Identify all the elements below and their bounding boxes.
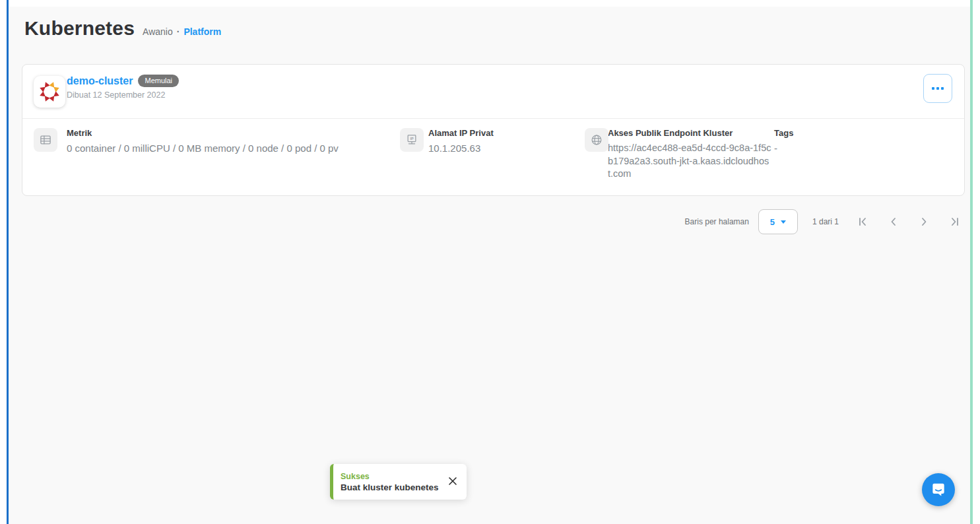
ellipsis-icon	[932, 87, 934, 90]
detail-col-metrics: Metrik 0 container / 0 milliCPU / 0 MB m…	[34, 128, 339, 155]
tags-label: Tags	[774, 128, 793, 138]
first-page-icon	[858, 216, 868, 227]
endpoint-value[interactable]: https://ac4ec488-ea5d-4ccd-9c8a-1f5cb179…	[608, 142, 774, 181]
rows-per-page-select[interactable]: 5	[758, 209, 798, 234]
toast-close-button[interactable]	[444, 476, 467, 488]
rows-per-page-value: 5	[770, 217, 775, 227]
cluster-card: demo-cluster Memulai Dibuat 12 September…	[22, 64, 965, 196]
cluster-card-header: demo-cluster Memulai Dibuat 12 September…	[22, 65, 964, 119]
pinwheel-spinner-icon	[38, 81, 61, 103]
toast-message: Buat kluster kubenetes	[341, 482, 444, 492]
breadcrumb: Awanio · Platform	[143, 26, 221, 37]
page-header: Kubernetes Awanio · Platform	[24, 17, 221, 40]
toast-title: Sukses	[341, 472, 444, 481]
private-ip-icon: IP	[400, 128, 424, 152]
last-page-icon	[949, 216, 960, 227]
success-toast: Sukses Buat kluster kubenetes	[330, 464, 467, 500]
chevron-left-icon	[888, 216, 899, 227]
last-page-button[interactable]	[948, 216, 960, 228]
close-icon	[448, 476, 457, 486]
right-edge-bar	[970, 0, 973, 524]
endpoint-label: Akses Publik Endpoint Kluster	[608, 128, 774, 138]
metrics-icon	[34, 128, 57, 152]
cluster-logo	[34, 76, 65, 108]
pagination: Baris per halaman 5 1 dari 1	[685, 209, 960, 234]
breadcrumb-section-link[interactable]: Platform	[183, 26, 221, 37]
page-title: Kubernetes	[24, 17, 135, 40]
cluster-actions-menu-button[interactable]	[923, 74, 952, 103]
chevron-right-icon	[919, 216, 929, 227]
chevron-down-icon	[781, 220, 786, 224]
private-ip-value: 10.1.205.63	[428, 142, 494, 155]
first-page-button[interactable]	[857, 216, 869, 228]
cluster-name-link[interactable]: demo-cluster	[67, 75, 133, 87]
left-edge-bar	[7, 0, 9, 524]
breadcrumb-separator: ·	[177, 26, 180, 37]
status-badge: Memulai	[138, 75, 179, 87]
globe-icon	[585, 128, 608, 152]
cluster-head-text: demo-cluster Memulai Dibuat 12 September…	[67, 75, 179, 100]
detail-col-endpoint: Akses Publik Endpoint Kluster https://ac…	[585, 128, 774, 181]
rows-per-page-label: Baris per halaman	[685, 217, 749, 226]
next-page-button[interactable]	[918, 216, 930, 228]
breadcrumb-app: Awanio	[143, 26, 173, 37]
metrics-label: Metrik	[67, 128, 339, 138]
detail-col-tags: Tags -	[774, 128, 793, 155]
cluster-card-body: Metrik 0 container / 0 milliCPU / 0 MB m…	[22, 119, 964, 195]
kubernetes-page: Kubernetes Awanio · Platform	[0, 0, 980, 524]
private-ip-label: Alamat IP Privat	[428, 128, 494, 138]
previous-page-button[interactable]	[888, 216, 899, 228]
metrics-value: 0 container / 0 milliCPU / 0 MB memory /…	[67, 142, 339, 155]
detail-col-private-ip: IP Alamat IP Privat 10.1.205.63	[400, 128, 494, 155]
cluster-created-date: Dibuat 12 September 2022	[67, 90, 179, 100]
svg-text:IP: IP	[410, 137, 414, 141]
tags-value: -	[774, 142, 793, 155]
page-info: 1 dari 1	[812, 217, 839, 226]
chat-launcher-button[interactable]	[922, 473, 955, 506]
chat-bubble-icon	[930, 481, 947, 498]
